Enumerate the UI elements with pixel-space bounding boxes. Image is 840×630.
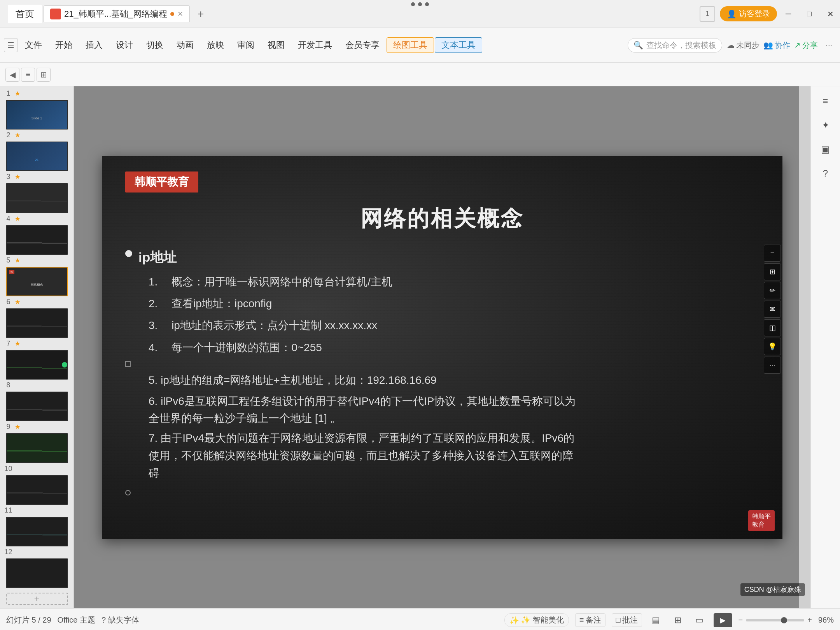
slide-thumb-12[interactable]: [6, 558, 68, 588]
close-button[interactable]: ✕: [821, 6, 840, 22]
slide-num-row-5: 5 ★: [4, 256, 70, 264]
slide-thumb-preview-7: [7, 351, 67, 380]
main-bullet-1-text[interactable]: ip地址: [138, 245, 177, 269]
brand-tag: 韩顺平教育: [125, 172, 198, 192]
slide-thumb-10[interactable]: [6, 475, 68, 505]
slide-num-1: 1: [4, 89, 13, 98]
slide-thumb-7[interactable]: [6, 350, 68, 380]
visitor-login-button[interactable]: 👤 访客登录: [720, 6, 777, 21]
slide-thumb-preview-9: [7, 434, 67, 463]
sub-bullet-4[interactable]: 4. 每一个十进制数的范围：0~255: [149, 338, 759, 357]
ribbon-view[interactable]: 视图: [261, 38, 291, 52]
view-slide-sorter[interactable]: ⊞: [670, 612, 686, 628]
slide-thumb-5[interactable]: 韩 网络概念: [6, 267, 68, 296]
slide-thumb-preview-8: [7, 392, 67, 421]
comment-button[interactable]: □ 批注: [612, 613, 642, 627]
ribbon-slideshow[interactable]: 放映: [201, 38, 230, 52]
slide-thumb-9[interactable]: [6, 433, 68, 463]
sub-bullet-5[interactable]: 5. ip地址的组成=网络地址+主机地址，比如：192.168.16.69: [149, 371, 759, 390]
slide-thumb-6[interactable]: [6, 308, 68, 338]
tab-document[interactable]: 21_韩顺平...基础_网络编程 ✕: [44, 5, 190, 22]
sub-bullet-1-text: 概念：用于唯一标识网络中的每台计算机/主机: [172, 276, 392, 288]
sub-view-list[interactable]: ≡: [21, 68, 35, 82]
ribbon-review[interactable]: 审阅: [231, 38, 261, 52]
slide-thumb-2[interactable]: 21: [6, 142, 68, 171]
ribbon-file[interactable]: 文件: [19, 38, 48, 52]
view-reading[interactable]: ▭: [692, 612, 707, 628]
hsp-corner-tag: 韩顺平 教育: [748, 510, 775, 531]
slide-num-row-4: 4 ★: [4, 215, 70, 223]
dot-3: [425, 2, 429, 6]
comment-icon: □: [616, 616, 621, 625]
ribbon-expand[interactable]: ☰: [4, 38, 18, 52]
sub-bullet-6[interactable]: 6. ilPv6是互联网工程任务组设计的用于替代IPv4的下一代IP协议，其地址…: [149, 393, 576, 428]
ribbon-developer[interactable]: 开发工具: [292, 38, 338, 52]
ribbon-search[interactable]: 🔍 查找命令，搜索模板: [628, 38, 722, 52]
sub-bullet-4-text: 每一个十进制数的范围：0~255: [172, 341, 322, 354]
slide-star-1: ★: [15, 90, 20, 97]
slide-star-7: ★: [15, 340, 20, 347]
play-button[interactable]: ▶: [714, 613, 732, 627]
share-label: 分享: [802, 40, 818, 51]
zoom-out-icon[interactable]: −: [738, 616, 743, 625]
collab-button[interactable]: 👥 协作: [763, 40, 790, 51]
slide-thumb-4[interactable]: [6, 225, 68, 255]
rt-help-btn[interactable]: ?: [815, 163, 836, 184]
zoom-in-icon[interactable]: +: [807, 616, 812, 625]
slide7-cursor: [62, 362, 67, 368]
slide-star-5: ★: [15, 257, 20, 264]
notes-button[interactable]: ≡ 备注: [575, 613, 606, 627]
slide-thumb-preview-5: 韩 网络概念: [7, 268, 67, 296]
view-normal[interactable]: ▤: [648, 612, 664, 628]
maximize-button[interactable]: □: [800, 6, 819, 22]
zoom-control[interactable]: − +: [738, 616, 812, 625]
beautify-button[interactable]: ✨ ✨ 智能美化: [504, 613, 569, 627]
sub-bullet-7[interactable]: 7. 由于IPv4最大的问题在于网络地址资源有限，严重制约了互联网的应用和发展。…: [149, 430, 576, 482]
slide-star-6: ★: [15, 298, 20, 306]
rt-menu-btn[interactable]: ≡: [815, 90, 836, 112]
sub-view-grid[interactable]: ⊞: [37, 68, 51, 82]
slide-title[interactable]: 网络的相关概念: [125, 204, 759, 234]
ribbon-home[interactable]: 开始: [49, 38, 79, 52]
ribbon-text[interactable]: 文本工具: [435, 37, 482, 53]
ribbon-more[interactable]: ···: [822, 40, 836, 51]
share-button[interactable]: ↗ 分享: [794, 40, 818, 51]
ribbon-animation[interactable]: 动画: [170, 38, 200, 52]
slide-thumb-11[interactable]: [6, 517, 68, 546]
slide-thumb-8[interactable]: [6, 392, 68, 421]
rt-screen-btn[interactable]: ▣: [815, 138, 836, 160]
ribbon-design[interactable]: 设计: [110, 38, 139, 52]
sync-button[interactable]: ☁ 未同步: [727, 40, 760, 51]
slide-thumb-3[interactable]: [6, 183, 68, 213]
rt-star-btn[interactable]: ✦: [815, 114, 836, 136]
tab-add-button[interactable]: +: [193, 6, 208, 22]
ribbon-transition[interactable]: 切换: [140, 38, 170, 52]
sub-ribbon: ◀ ≡ ⊞: [0, 63, 840, 86]
ribbon-member[interactable]: 会员专享: [339, 38, 386, 52]
ribbon-insert[interactable]: 插入: [79, 38, 109, 52]
tab-home[interactable]: 首页: [8, 5, 42, 23]
tab-close[interactable]: ✕: [177, 10, 183, 18]
bottom-empty-bullet-dot: [125, 490, 131, 495]
sub-bullet-1[interactable]: 1. 概念：用于唯一标识网络中的每台计算机/主机: [149, 272, 759, 292]
sub-bullet-2[interactable]: 2. 查看ip地址：ipconfig: [149, 294, 759, 313]
slide-star-3: ★: [15, 173, 20, 180]
zoom-track[interactable]: [746, 619, 804, 621]
slide-info: 幻灯片 5 / 29: [6, 615, 51, 625]
sync-icon: ☁: [727, 40, 735, 50]
slide-star-2: ★: [15, 131, 20, 139]
visitor-label: 访客登录: [739, 9, 770, 19]
zoom-thumb[interactable]: [781, 617, 787, 623]
sub-nav-left[interactable]: ◀: [5, 68, 19, 82]
scroll-bar[interactable]: [799, 86, 810, 608]
missing-font[interactable]: ? 缺失字体: [102, 615, 139, 625]
dot-1: [411, 2, 415, 6]
add-slide-button[interactable]: +: [6, 593, 68, 605]
bullet-dot-1: [125, 250, 132, 257]
notes-icon: ≡: [579, 616, 584, 625]
slide-thumb-1[interactable]: Slide 1: [6, 100, 68, 130]
sub-bullet-3[interactable]: 3. ip地址的表示形式：点分十进制 xx.xx.xx.xx: [149, 316, 759, 335]
minimize-button[interactable]: ─: [779, 6, 798, 22]
ribbon-drawing[interactable]: 绘图工具: [387, 37, 434, 53]
search-placeholder: 查找命令，搜索模板: [646, 40, 716, 51]
